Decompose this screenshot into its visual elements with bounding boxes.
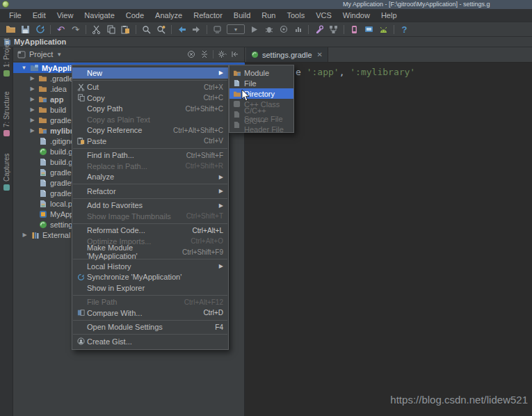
tree-item[interactable]: ▶ app bbox=[29, 94, 64, 104]
tree-item[interactable]: ▶ build bbox=[29, 104, 66, 115]
menu-item-cut[interactable]: Cut Ctrl+X bbox=[72, 82, 228, 93]
hide-icon[interactable] bbox=[230, 49, 240, 59]
debug-icon[interactable] bbox=[261, 23, 276, 35]
menu-code[interactable]: Code bbox=[120, 10, 150, 21]
expand-arrow-icon[interactable]: ▶ bbox=[29, 86, 35, 92]
menu-run[interactable]: Run bbox=[256, 10, 281, 21]
expand-arrow-icon[interactable]: ▼ bbox=[21, 65, 27, 71]
menu-item-analyze[interactable]: Analyze ▶ bbox=[72, 172, 228, 183]
back-icon[interactable] bbox=[175, 23, 189, 35]
android-icon[interactable] bbox=[376, 23, 391, 35]
menu-item-synchronize[interactable]: Synchronize 'MyApplication' bbox=[72, 272, 228, 283]
menu-refactor[interactable]: Refactor bbox=[188, 10, 228, 21]
menu-help[interactable]: Help bbox=[376, 10, 403, 21]
tool-window-tab-structure[interactable]: 7: Structure bbox=[3, 91, 10, 136]
menu-view[interactable]: View bbox=[51, 10, 79, 21]
module-icon bbox=[232, 68, 241, 77]
search-icon[interactable] bbox=[139, 23, 154, 35]
run-icon[interactable] bbox=[247, 23, 261, 35]
collapse-all-icon[interactable] bbox=[200, 49, 209, 59]
menu-item-copy-path[interactable]: Copy Path Ctrl+Shift+C bbox=[72, 104, 228, 115]
locate-icon[interactable] bbox=[186, 49, 196, 59]
run-config-icon[interactable] bbox=[210, 23, 225, 35]
run-config-dropdown[interactable]: ▾ bbox=[225, 23, 247, 35]
menu-tools[interactable]: Tools bbox=[281, 10, 310, 21]
save-icon[interactable] bbox=[18, 23, 33, 35]
expand-arrow-icon[interactable]: ▶ bbox=[29, 106, 35, 113]
project-panel-header: Project ▼ bbox=[13, 47, 244, 62]
paste-icon[interactable] bbox=[118, 23, 133, 35]
coverage-icon[interactable] bbox=[276, 23, 291, 35]
expand-arrow-icon[interactable]: ▶ bbox=[29, 96, 35, 102]
close-icon[interactable]: ✕ bbox=[317, 51, 323, 58]
cut-icon[interactable] bbox=[89, 23, 104, 35]
tool-window-tab-captures[interactable]: Captures bbox=[3, 153, 10, 191]
submenu-item-directory[interactable]: Directory bbox=[229, 88, 293, 99]
menu-build[interactable]: Build bbox=[228, 10, 256, 21]
gear-icon[interactable] bbox=[217, 49, 227, 59]
settings-wrench-icon[interactable] bbox=[312, 23, 326, 35]
menu-item-paste[interactable]: Paste Ctrl+V bbox=[72, 136, 228, 147]
project-structure-icon[interactable] bbox=[326, 23, 341, 35]
help-icon[interactable]: ? bbox=[397, 23, 412, 35]
menu-item-replace-in-path[interactable]: Replace in Path... Ctrl+Shift+R bbox=[72, 161, 228, 172]
menu-item-local-history[interactable]: Local History ▶ bbox=[72, 261, 228, 272]
studio-project-file-icon bbox=[38, 209, 47, 218]
expand-arrow-icon[interactable]: ▶ bbox=[29, 75, 35, 81]
expand-arrow-icon[interactable]: ▶ bbox=[29, 127, 35, 134]
forward-icon[interactable] bbox=[189, 23, 204, 35]
redo-icon[interactable]: ↷ bbox=[68, 23, 83, 35]
module-folder-icon bbox=[38, 126, 47, 135]
menu-edit[interactable]: Edit bbox=[27, 10, 51, 21]
find-usages-icon[interactable] bbox=[154, 23, 168, 35]
menu-item-show-in-explorer[interactable]: Show in Explorer bbox=[72, 282, 228, 294]
menu-vcs[interactable]: VCS bbox=[310, 10, 337, 21]
menu-item-refactor[interactable]: Refactor ▶ bbox=[72, 186, 228, 197]
tree-item[interactable]: ▶ .idea bbox=[29, 83, 67, 94]
tool-window-tab-project[interactable]: 1: Project bbox=[3, 38, 10, 77]
menu-item-file-path[interactable]: File Path Ctrl+Alt+F12 bbox=[72, 297, 228, 308]
submenu-item-c-header-file[interactable]: C/C++ Header File bbox=[229, 120, 293, 130]
menu-item-make-module[interactable]: Make Module 'MyApplication' Ctrl+Shift+F… bbox=[72, 247, 228, 258]
menu-file[interactable]: File bbox=[3, 10, 27, 21]
breadcrumb[interactable]: MyApplication bbox=[14, 38, 66, 46]
toolbar-separator bbox=[136, 25, 136, 34]
expand-arrow-icon[interactable]: ▶ bbox=[22, 232, 28, 238]
submenu-item-module[interactable]: Module bbox=[229, 67, 293, 78]
compare-icon bbox=[75, 309, 87, 317]
copy-icon[interactable] bbox=[104, 23, 118, 35]
menu-separator bbox=[73, 184, 227, 184]
profile-icon[interactable] bbox=[291, 23, 305, 35]
editor-tab-settings-gradle[interactable]: settings.gradle ✕ bbox=[246, 47, 328, 62]
submenu-arrow-icon: ▶ bbox=[219, 202, 223, 209]
menu-item-reformat-code[interactable]: Reformat Code... Ctrl+Alt+L bbox=[72, 225, 228, 237]
menu-item-show-image-thumbnails[interactable]: Show Image Thumbnails Ctrl+Shift+T bbox=[72, 211, 228, 222]
menu-window[interactable]: Window bbox=[337, 10, 376, 21]
tree-item[interactable]: ▶ gradle bbox=[29, 115, 72, 125]
sdk-manager-icon[interactable] bbox=[347, 23, 362, 35]
project-view-selector[interactable]: Project bbox=[29, 50, 53, 58]
tree-item[interactable]: ▶ .gradle bbox=[29, 73, 74, 83]
library-icon bbox=[31, 230, 40, 239]
menu-item-copy-as-plain-text[interactable]: Copy as Plain Text bbox=[72, 114, 228, 125]
avd-manager-icon[interactable] bbox=[362, 23, 376, 35]
open-icon[interactable] bbox=[3, 23, 18, 35]
menu-item-copy[interactable]: Copy Ctrl+C bbox=[72, 93, 228, 104]
menu-item-copy-reference[interactable]: Copy Reference Ctrl+Alt+Shift+C bbox=[72, 125, 228, 136]
menu-separator bbox=[73, 295, 227, 296]
menu-item-new[interactable]: New ▶ bbox=[72, 67, 228, 79]
menu-item-open-module-settings[interactable]: Open Module Settings F4 bbox=[72, 322, 228, 333]
submenu-item-file[interactable]: File bbox=[229, 78, 293, 88]
undo-icon[interactable]: ↶ bbox=[54, 23, 68, 35]
menu-item-add-to-favorites[interactable]: Add to Favorites ▶ bbox=[72, 200, 228, 211]
folder-icon bbox=[38, 74, 47, 83]
chevron-down-icon[interactable]: ▼ bbox=[56, 51, 62, 58]
sync-icon[interactable] bbox=[33, 23, 47, 35]
structure-tab-icon bbox=[3, 130, 10, 136]
menu-item-create-gist[interactable]: Create Gist... bbox=[72, 336, 228, 347]
menu-analyze[interactable]: Analyze bbox=[150, 10, 188, 21]
expand-arrow-icon[interactable]: ▶ bbox=[29, 117, 35, 123]
menu-item-compare-with[interactable]: Compare With... Ctrl+D bbox=[72, 307, 228, 319]
menu-item-find-in-path[interactable]: Find in Path... Ctrl+Shift+F bbox=[72, 150, 228, 161]
menu-navigate[interactable]: Navigate bbox=[79, 10, 120, 21]
